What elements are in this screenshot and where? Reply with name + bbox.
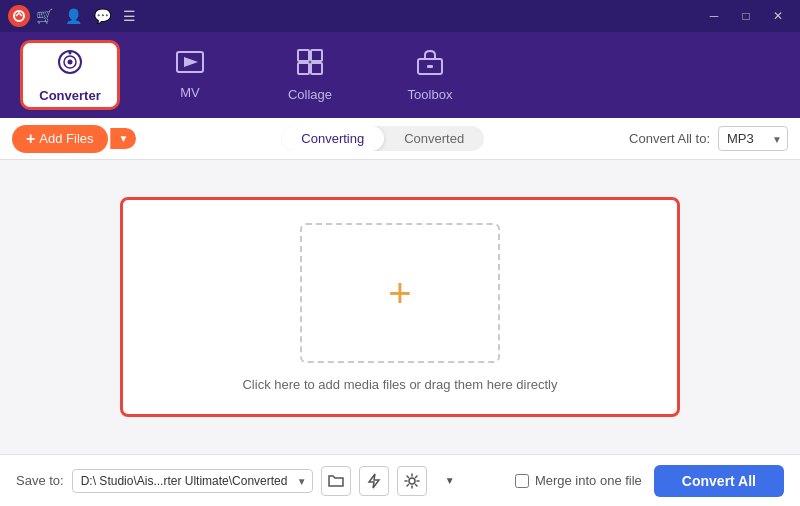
main-content: + Click here to add media files or drag … — [0, 160, 800, 454]
drop-zone-inner: + — [300, 223, 500, 363]
flash-icon-button[interactable] — [359, 466, 389, 496]
title-bar-controls: ─ □ ✕ — [700, 5, 792, 27]
svg-rect-8 — [298, 63, 309, 74]
format-select[interactable]: MP3 MP4 AVI MOV WAV AAC — [718, 126, 788, 151]
tab-toolbox[interactable]: Toolbox — [380, 40, 480, 110]
settings-icon-button[interactable] — [397, 466, 427, 496]
toolbox-icon — [416, 49, 444, 81]
chat-icon[interactable]: 💬 — [94, 8, 111, 24]
settings-dropdown-button[interactable]: ▼ — [435, 466, 465, 496]
toolbar-tab-converted[interactable]: Converted — [384, 126, 484, 151]
convert-all-to-label: Convert All to: — [629, 131, 710, 146]
app-logo — [8, 5, 30, 27]
close-button[interactable]: ✕ — [764, 5, 792, 27]
title-bar-icons: 🛒 👤 💬 ☰ — [36, 8, 136, 24]
add-files-dropdown-button[interactable]: ▼ — [110, 128, 137, 149]
tab-collage[interactable]: Collage — [260, 40, 360, 110]
toolbar-tab-converting[interactable]: Converting — [281, 126, 384, 151]
title-bar: 🛒 👤 💬 ☰ ─ □ ✕ — [0, 0, 800, 32]
svg-point-4 — [69, 51, 72, 54]
tab-toolbox-label: Toolbox — [408, 87, 453, 102]
mv-icon — [176, 51, 204, 79]
footer-icons: ▼ — [321, 466, 465, 496]
tab-mv-label: MV — [180, 85, 200, 100]
drop-zone-text: Click here to add media files or drag th… — [242, 377, 557, 392]
convert-all-button[interactable]: Convert All — [654, 465, 784, 497]
plus-icon: + — [26, 130, 35, 148]
toolbar-tabs: Converting Converted — [281, 126, 484, 151]
svg-rect-7 — [311, 50, 322, 61]
tab-converter[interactable]: Converter — [20, 40, 120, 110]
merge-label: Merge into one file — [535, 473, 642, 488]
svg-point-3 — [68, 59, 73, 64]
add-files-button[interactable]: + Add Files — [12, 125, 108, 153]
merge-checkbox-input[interactable] — [515, 474, 529, 488]
svg-rect-11 — [427, 65, 433, 68]
cart-icon[interactable]: 🛒 — [36, 8, 53, 24]
menu-icon[interactable]: ☰ — [123, 8, 136, 24]
save-path-wrapper: D:\ Studio\Ais...rter Ultimate\Converted… — [72, 469, 313, 493]
save-to-section: Save to: D:\ Studio\Ais...rter Ultimate\… — [16, 466, 465, 496]
folder-icon-button[interactable] — [321, 466, 351, 496]
save-to-label: Save to: — [16, 473, 64, 488]
svg-rect-6 — [298, 50, 309, 61]
collage-icon — [297, 49, 323, 81]
tab-converter-label: Converter — [39, 88, 100, 103]
footer: Save to: D:\ Studio\Ais...rter Ultimate\… — [0, 454, 800, 506]
format-select-wrapper: MP3 MP4 AVI MOV WAV AAC ▼ — [718, 126, 788, 151]
toolbar: + Add Files ▼ Converting Converted Conve… — [0, 118, 800, 160]
maximize-button[interactable]: □ — [732, 5, 760, 27]
svg-point-12 — [409, 478, 415, 484]
tab-mv[interactable]: MV — [140, 40, 240, 110]
tab-collage-label: Collage — [288, 87, 332, 102]
add-files-label: Add Files — [39, 131, 93, 146]
merge-checkbox-label[interactable]: Merge into one file — [515, 473, 642, 488]
svg-rect-9 — [311, 63, 322, 74]
footer-right: Merge into one file Convert All — [515, 465, 784, 497]
toolbar-right: Convert All to: MP3 MP4 AVI MOV WAV AAC … — [629, 126, 788, 151]
drop-zone-plus-icon: + — [388, 273, 411, 313]
title-bar-left: 🛒 👤 💬 ☰ — [8, 5, 136, 27]
drop-zone[interactable]: + Click here to add media files or drag … — [120, 197, 680, 417]
toolbar-left: + Add Files ▼ — [12, 125, 136, 153]
converter-icon — [56, 48, 84, 82]
user-icon[interactable]: 👤 — [65, 8, 82, 24]
nav-tabs: Converter MV Collage — [0, 32, 800, 118]
minimize-button[interactable]: ─ — [700, 5, 728, 27]
save-path-select[interactable]: D:\ Studio\Ais...rter Ultimate\Converted — [72, 469, 313, 493]
